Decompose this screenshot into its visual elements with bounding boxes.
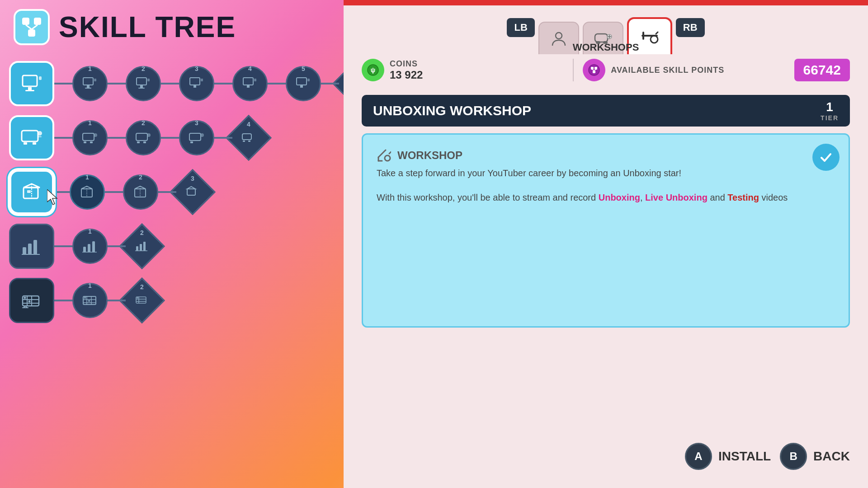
skill-node-1-4[interactable]: 4 bbox=[232, 66, 268, 101]
left-panel: Skill Tree 1 bbox=[0, 0, 344, 488]
skill-node-3-3[interactable]: 3 bbox=[176, 176, 209, 208]
workshop-check-button[interactable] bbox=[812, 144, 840, 171]
skill-node-5-1[interactable]: 1 bbox=[72, 283, 108, 318]
skill-row-4: 1 2 bbox=[9, 221, 372, 271]
svg-point-104 bbox=[651, 36, 658, 43]
workshop-subtitle-icon bbox=[377, 148, 391, 163]
svg-rect-30 bbox=[24, 142, 27, 145]
stat-divider bbox=[573, 59, 574, 81]
svg-rect-71 bbox=[143, 242, 146, 251]
svg-rect-21 bbox=[247, 85, 250, 88]
svg-rect-40 bbox=[143, 141, 146, 143]
svg-rect-61 bbox=[23, 247, 26, 254]
svg-text:ψ: ψ bbox=[371, 66, 376, 74]
header: Skill Tree bbox=[0, 0, 344, 54]
svg-rect-34 bbox=[83, 133, 94, 141]
skill-node-2-3[interactable]: 3 bbox=[179, 120, 214, 155]
workshop-title-bar: Unboxing Workshop 1 Tier bbox=[362, 95, 850, 127]
skill-node-2-4[interactable]: 4 bbox=[232, 122, 265, 154]
tier-box: 1 Tier bbox=[821, 100, 839, 122]
nav-tabs-area: LB bbox=[344, 5, 868, 54]
svg-rect-96 bbox=[595, 34, 608, 42]
svg-point-88 bbox=[84, 297, 86, 299]
svg-rect-109 bbox=[591, 67, 594, 70]
svg-rect-18 bbox=[193, 85, 196, 88]
install-label: Install bbox=[718, 449, 771, 464]
skill-node-3-2[interactable]: 2 bbox=[123, 174, 158, 210]
skill-node-5-2[interactable]: 2 bbox=[126, 284, 158, 317]
top-red-bar bbox=[344, 0, 868, 5]
svg-point-79 bbox=[28, 300, 31, 303]
back-button[interactable]: B Back bbox=[780, 443, 850, 470]
svg-point-117 bbox=[385, 155, 390, 161]
skill-node-1-3[interactable]: 3 bbox=[179, 66, 214, 101]
svg-rect-23 bbox=[297, 78, 307, 85]
skill-node-4-2[interactable]: 2 bbox=[126, 230, 158, 263]
svg-rect-45 bbox=[242, 134, 251, 140]
right-panel: LB bbox=[344, 0, 868, 488]
coins-label: Coins bbox=[390, 59, 423, 69]
highlight-live-unboxing: Live Unboxing bbox=[645, 192, 708, 202]
svg-rect-70 bbox=[140, 244, 142, 251]
svg-rect-110 bbox=[594, 67, 597, 70]
svg-line-105 bbox=[656, 32, 658, 34]
skill-node-2-2[interactable]: 2 bbox=[126, 120, 161, 155]
skill-node-1-1[interactable]: 1 bbox=[72, 66, 108, 101]
skill-node-main-4[interactable] bbox=[9, 224, 54, 269]
workshop-desc2: With this workshop, you'll be able to st… bbox=[377, 191, 835, 204]
coins-value: 13 922 bbox=[390, 69, 423, 81]
skill-node-1-5[interactable]: 5 bbox=[286, 66, 321, 101]
svg-point-78 bbox=[24, 297, 26, 299]
skill-node-3-1[interactable]: 1 bbox=[70, 174, 105, 210]
lb-button[interactable]: LB bbox=[507, 18, 534, 37]
svg-rect-59 bbox=[187, 189, 195, 195]
svg-line-3 bbox=[26, 25, 32, 29]
svg-rect-20 bbox=[243, 78, 253, 85]
svg-point-95 bbox=[556, 33, 562, 39]
stats-row: ψ Coins 13 922 Available Skill Po bbox=[362, 59, 850, 81]
back-key: B bbox=[780, 443, 807, 470]
rb-button[interactable]: RB bbox=[676, 18, 705, 37]
svg-rect-13 bbox=[137, 78, 146, 85]
svg-rect-46 bbox=[243, 141, 245, 142]
highlight-testing: Testing bbox=[727, 192, 759, 202]
svg-rect-8 bbox=[39, 76, 42, 80]
connector bbox=[54, 137, 72, 139]
svg-rect-51 bbox=[27, 190, 31, 193]
svg-rect-12 bbox=[94, 79, 96, 81]
skill-node-1-2[interactable]: 2 bbox=[126, 66, 161, 101]
svg-rect-36 bbox=[90, 141, 93, 143]
install-key: A bbox=[685, 443, 712, 470]
skill-points-label: Available Skill Points bbox=[611, 66, 724, 75]
svg-rect-0 bbox=[22, 18, 29, 25]
svg-point-108 bbox=[589, 65, 599, 75]
svg-rect-7 bbox=[25, 90, 34, 91]
skill-node-main-2[interactable] bbox=[9, 115, 54, 160]
svg-rect-14 bbox=[140, 85, 143, 88]
connector bbox=[54, 83, 72, 84]
skill-node-main-5[interactable] bbox=[9, 278, 54, 323]
svg-point-37 bbox=[94, 133, 97, 137]
skill-node-4-1[interactable]: 1 bbox=[72, 229, 108, 264]
svg-rect-111 bbox=[593, 70, 595, 73]
skill-row-1: 1 2 bbox=[9, 59, 372, 108]
skill-tree-icon bbox=[14, 9, 50, 45]
tier-number: 1 bbox=[826, 100, 833, 114]
svg-rect-11 bbox=[85, 88, 91, 89]
svg-rect-19 bbox=[201, 79, 203, 81]
svg-rect-29 bbox=[22, 131, 38, 141]
svg-rect-17 bbox=[190, 78, 200, 85]
svg-rect-1 bbox=[34, 18, 41, 25]
svg-rect-39 bbox=[137, 141, 140, 143]
svg-point-89 bbox=[88, 300, 90, 302]
skill-node-main-1[interactable] bbox=[9, 61, 54, 106]
install-button[interactable]: A Install bbox=[685, 443, 771, 470]
svg-rect-9 bbox=[83, 78, 93, 85]
skill-row-2: 1 2 bbox=[9, 113, 372, 163]
connector bbox=[108, 83, 126, 84]
svg-marker-52 bbox=[47, 189, 57, 205]
svg-rect-5 bbox=[23, 75, 37, 86]
svg-rect-38 bbox=[136, 133, 147, 141]
skill-node-2-1[interactable]: 1 bbox=[72, 120, 108, 155]
tier-label: Tier bbox=[821, 114, 839, 122]
